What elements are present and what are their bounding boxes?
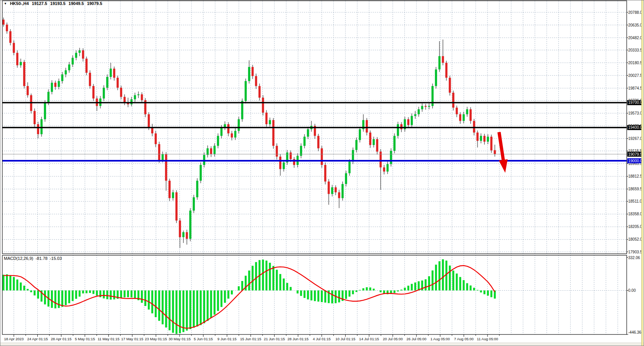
annotations-layer[interactable] [498,132,508,173]
candle [44,103,46,119]
y-axis-label: 20333.5 [628,48,642,52]
candle [103,88,105,98]
candle [141,94,143,100]
chart-dropdown-icon[interactable]: ▼ [4,2,7,6]
candle [348,161,351,173]
x-axis-label: 30 May 01:15 [168,337,191,341]
candle [172,192,174,198]
candle [168,181,171,198]
x-axis-label: 5 Jun 01:15 [194,337,213,341]
candle [175,192,178,220]
y-axis-label: 18052.0 [628,237,642,241]
macd-axis-label: 0.00 [628,288,636,293]
candle [179,221,181,237]
candle [110,68,112,77]
candle [120,88,122,97]
candle [9,31,12,43]
y-axis-label: 19573.0 [628,111,642,115]
candle [106,77,108,88]
candle [452,93,454,108]
candle [23,62,25,86]
x-axis-label: 14 Jul 01:15 [359,337,379,341]
y-axis-label: 18659.5 [628,187,642,191]
candle [469,109,472,121]
candle [158,144,160,160]
macd-signal-value: -15.03 [50,256,62,261]
candle [16,53,18,65]
candle [359,129,361,140]
candle [449,78,451,93]
candle [324,165,326,181]
candle [400,124,403,129]
macd-layer [3,259,495,334]
y-axis-label: 20180.5 [628,61,642,65]
candle [334,187,337,192]
window-edge-strip [641,0,643,346]
y-axis-label: 20635.0 [628,23,642,27]
candle [2,20,5,25]
chart-canvas[interactable]: 20788.020635.020482.020333.520180.520027… [0,0,644,346]
candle [338,192,340,198]
candle [276,146,278,156]
y-axis-label: 17903.5 [628,250,642,254]
candle [466,109,468,114]
candle [54,83,57,87]
candle [331,187,333,194]
candle [220,128,223,136]
macd-axis-label: 332.06 [628,256,640,260]
y-axis-label: 19874.5 [628,86,642,90]
candles-layer [2,18,496,248]
candle [161,154,164,160]
candle [231,133,233,138]
candle [290,153,292,159]
candle [68,65,70,70]
candle [373,139,375,145]
macd-indicator-label: MACD(12,26,9) -81.78 -15.03 [4,256,62,261]
macd-value: -81.78 [35,256,47,261]
low-value: 19049.5 [68,1,84,6]
candle [193,197,195,211]
candle [47,92,50,103]
candle [480,136,482,141]
candle [411,116,413,125]
candle [65,70,67,75]
candle [421,106,423,110]
candle [383,167,385,171]
candle [116,78,119,88]
candle [78,50,81,53]
candle [355,140,358,150]
candle [376,139,378,151]
candle [366,120,368,132]
trading-chart-window: ▼ HK50-,H4 19127.5 19193.5 19049.5 19079… [0,0,644,346]
candle [397,124,399,136]
candle [328,181,330,194]
x-axis-label: 18 Apr 2023 [4,337,23,341]
candle [424,106,427,107]
candle [262,98,264,113]
candle [272,120,275,146]
candle [345,173,347,184]
candle [463,114,465,121]
x-axis-label: 9 Jun 01:15 [218,337,237,341]
y-axis-label: 18511.0 [628,199,642,203]
candle [390,151,392,164]
candle [369,133,371,145]
down-arrow-annotation[interactable] [498,132,508,173]
candle [61,75,63,81]
candle [165,154,167,181]
price-badge-label: 19700.0 [628,100,642,105]
candle [418,109,420,114]
open-value: 19127.5 [32,1,47,6]
close-value: 19079.5 [87,1,102,6]
y-axis-label: 20788.0 [628,10,642,15]
candle [72,58,74,64]
candle [51,83,53,92]
x-axis-label: 26 Jul 05:00 [406,337,426,341]
candle [279,156,281,169]
candle [407,119,409,125]
candle [442,56,444,63]
candle [40,119,43,134]
y-axis-label: 19267.0 [628,136,642,141]
symbol-ohlc-bar: ▼ HK50-,H4 19127.5 19193.5 19049.5 19079… [4,1,102,6]
candle [269,120,271,124]
